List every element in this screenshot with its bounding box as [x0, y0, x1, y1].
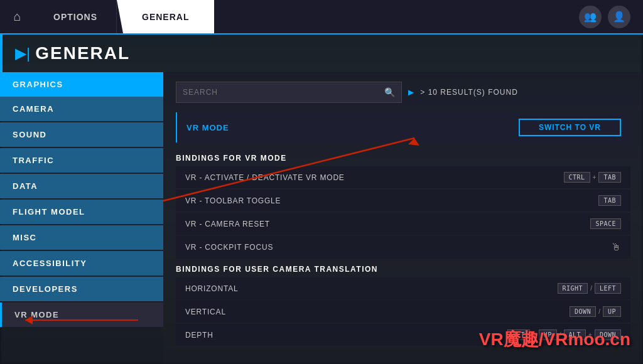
binding-label: HORIZONTAL — [185, 284, 238, 293]
binding-row-camera-reset: VR - CAMERA RESET SPACE — [176, 213, 630, 235]
key-tab: TAB — [598, 195, 621, 206]
binding-label: VERTICAL — [185, 308, 226, 316]
top-nav: ⌂ OPTIONS GENERAL 👥 👤 — [0, 0, 643, 35]
binding-keys: DOWN / UP — [570, 306, 621, 317]
results-label: ▶ > 10 RESULT(S) FOUND — [408, 88, 518, 97]
binding-keys: ALT + UP / ALT + DOWN — [507, 329, 621, 340]
binding-label: VR - COCKPIT FOCUS — [185, 243, 273, 252]
binding-row-toolbar-toggle: VR - TOOLBAR TOGGLE TAB — [176, 190, 630, 211]
key-plus: + — [593, 174, 597, 181]
key-right: RIGHT — [558, 283, 588, 294]
binding-keys: 🖱 — [611, 242, 621, 253]
binding-label: VR - TOOLBAR TOGGLE — [185, 196, 281, 205]
sidebar-item-flight-model[interactable]: FLIGHT MODEL — [0, 200, 163, 224]
binding-row-cockpit-focus: VR - COCKPIT FOCUS 🖱 — [176, 236, 630, 259]
sidebar-item-accessibility[interactable]: ACCESSIBILITY — [0, 251, 163, 276]
binding-row-activate-vr: VR - ACTIVATE / DEACTIVATE VR MODE CTRL … — [176, 166, 630, 188]
options-label: OPTIONS — [53, 12, 97, 22]
binding-label: VR - ACTIVATE / DEACTIVATE VR MODE — [185, 173, 345, 182]
home-icon: ⌂ — [13, 9, 21, 24]
general-tab[interactable]: GENERAL — [117, 0, 214, 33]
binding-row-horizontal: HORIZONTAL RIGHT / LEFT — [176, 277, 630, 299]
group-icon: 👥 — [584, 11, 597, 23]
key-down1: DOWN — [595, 329, 621, 340]
nav-right-icons: 👥 👤 — [579, 0, 643, 33]
vr-mode-section-header: BINDINGS FOR VR MODE — [176, 149, 630, 166]
key-plus1: + — [532, 331, 536, 338]
key-alt1: ALT — [507, 329, 530, 340]
sidebar-item-sound[interactable]: SOUND — [0, 122, 163, 147]
vr-mode-label: VR MODE — [186, 123, 229, 132]
key-down: DOWN — [570, 306, 596, 317]
key-slash: / — [598, 308, 600, 315]
key-slash: / — [590, 285, 592, 292]
key-ctrl: CTRL — [564, 172, 590, 183]
search-input[interactable] — [183, 88, 384, 97]
main-content: ▶| GENERAL GRAPHICS CAMERA SOUND TRAFFIC… — [0, 35, 643, 364]
key-space: SPACE — [590, 218, 621, 229]
mouse-icon: 🖱 — [611, 242, 621, 253]
binding-label: VR - CAMERA RESET — [185, 220, 270, 228]
key-left: LEFT — [595, 283, 621, 294]
search-input-wrapper[interactable]: 🔍 — [176, 82, 402, 103]
sidebar: GRAPHICS CAMERA SOUND TRAFFIC DATA FLIGH… — [0, 72, 163, 364]
binding-keys: TAB — [598, 195, 621, 206]
binding-label: DEPTH — [185, 331, 213, 340]
binding-keys: SPACE — [590, 218, 621, 229]
user-camera-section-header: BINDINGS FOR USER CAMERA TRANSLATION — [176, 260, 630, 277]
header-chevron-icon: ▶| — [15, 45, 30, 62]
sidebar-item-developers[interactable]: DEVELOPERS — [0, 277, 163, 301]
key-slash1: / — [559, 331, 561, 338]
group-icon-button[interactable]: 👥 — [579, 6, 602, 28]
key-alt2: ALT — [564, 329, 586, 340]
search-icon: 🔍 — [384, 87, 395, 97]
binding-row-vertical: VERTICAL DOWN / UP — [176, 301, 630, 323]
options-tab[interactable]: OPTIONS — [35, 0, 117, 33]
binding-row-depth: DEPTH ALT + UP / ALT + DOWN — [176, 324, 630, 346]
page-title: GENERAL — [35, 43, 130, 63]
general-label: GENERAL — [142, 12, 189, 22]
key-plus2: + — [588, 331, 592, 338]
header-bar: ▶| GENERAL — [0, 35, 643, 72]
home-button[interactable]: ⌂ — [0, 0, 35, 33]
profile-icon-button[interactable]: 👤 — [608, 6, 630, 28]
switch-to-vr-button[interactable]: SWITCH TO VR — [519, 119, 621, 136]
main-panel: 🔍 ▶ > 10 RESULT(S) FOUND VR MODE SWITCH … — [163, 72, 643, 364]
sidebar-item-traffic[interactable]: TRAFFIC — [0, 148, 163, 173]
binding-keys: RIGHT / LEFT — [558, 283, 621, 294]
sidebar-item-graphics[interactable]: GRAPHICS — [0, 72, 163, 97]
sidebar-item-data[interactable]: DATA — [0, 174, 163, 198]
key-up: UP — [603, 306, 621, 317]
body-layout: GRAPHICS CAMERA SOUND TRAFFIC DATA FLIGH… — [0, 72, 643, 364]
sidebar-item-camera[interactable]: CAMERA — [0, 97, 163, 121]
profile-icon: 👤 — [613, 11, 625, 23]
binding-keys: CTRL + TAB — [564, 172, 622, 183]
sidebar-item-misc[interactable]: MISC — [0, 225, 163, 250]
sidebar-item-vr-mode[interactable]: VR MODE — [0, 302, 163, 327]
key-tab: TAB — [598, 172, 621, 183]
results-arrow-icon: ▶ — [408, 88, 414, 97]
search-bar: 🔍 ▶ > 10 RESULT(S) FOUND — [176, 82, 630, 103]
vr-mode-row: VR MODE SWITCH TO VR — [176, 112, 630, 142]
key-up1: UP — [539, 329, 557, 340]
